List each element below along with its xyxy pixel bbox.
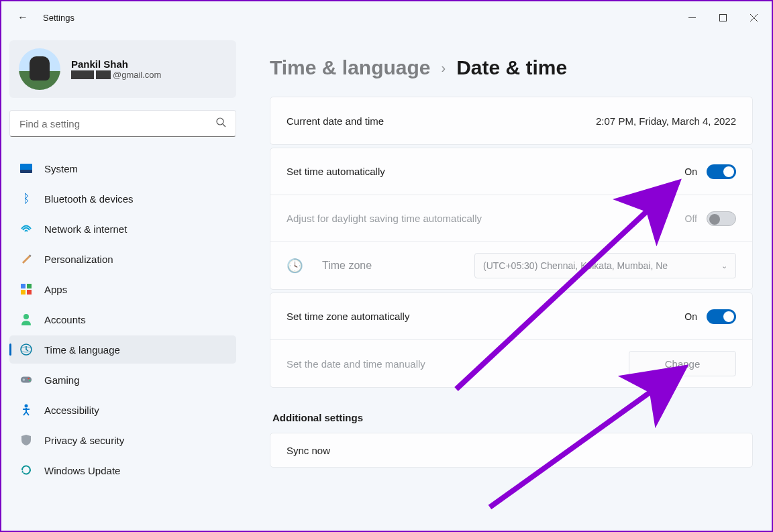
sidebar-item-bluetooth-devices[interactable]: ᛒBluetooth & devices	[9, 184, 236, 213]
sidebar-item-personalization[interactable]: Personalization	[9, 245, 236, 273]
current-datetime-label: Current date and time	[287, 115, 384, 127]
redacted-block	[71, 70, 94, 79]
nav-icon	[20, 313, 32, 325]
timezone-select: (UTC+05:30) Chennai, Kolkata, Mumbai, Ne…	[474, 253, 736, 278]
user-card[interactable]: Pankil Shah @gmail.com	[9, 40, 236, 98]
email-suffix: @gmail.com	[113, 70, 161, 80]
additional-settings-header: Additional settings	[272, 412, 753, 423]
breadcrumb-current: Date & time	[456, 56, 567, 79]
nav-list: SystemᛒBluetooth & devicesNetwork & inte…	[9, 154, 236, 484]
breadcrumb-parent[interactable]: Time & language	[270, 56, 431, 79]
sidebar-item-privacy-security[interactable]: Privacy & security	[9, 426, 236, 454]
manual-row: Set the date and time manually Change	[270, 340, 752, 387]
sidebar-item-time-language[interactable]: Time & language	[9, 335, 236, 364]
nav-icon	[20, 434, 32, 446]
set-tz-auto-label: Set time zone automatically	[287, 311, 409, 322]
set-tz-auto-toggle[interactable]	[707, 309, 736, 324]
nav-icon: ᛒ	[20, 193, 32, 205]
svg-rect-7	[20, 170, 32, 173]
sidebar-item-system[interactable]: System	[9, 154, 236, 182]
sync-now-row: Sync now	[270, 433, 752, 467]
sidebar-item-label: Apps	[44, 284, 67, 295]
set-time-auto-state: On	[684, 166, 697, 177]
current-datetime-value: 2:07 PM, Friday, March 4, 2022	[596, 115, 736, 127]
user-name: Pankil Shah	[71, 58, 161, 70]
nav-icon	[20, 343, 32, 356]
timezone-value: (UTC+05:30) Chennai, Kolkata, Mumbai, Ne	[483, 260, 668, 271]
svg-point-17	[28, 378, 29, 379]
title-bar-left: ← Settings	[17, 11, 74, 23]
change-button: Change	[629, 351, 736, 376]
dst-row: Adjust for daylight saving time automati…	[270, 195, 752, 242]
chevron-down-icon: ⌄	[721, 262, 727, 270]
svg-line-5	[223, 124, 225, 127]
set-time-auto-toggle-wrap: On	[684, 164, 736, 179]
settings-group-1: Current date and time 2:07 PM, Friday, M…	[270, 97, 753, 145]
window-controls	[676, 7, 769, 28]
back-arrow-icon[interactable]: ←	[17, 11, 28, 23]
maximize-button[interactable]	[707, 7, 738, 28]
search-input[interactable]	[19, 118, 216, 129]
nav-icon	[20, 464, 32, 476]
timezone-row: 🕓 Time zone (UTC+05:30) Chennai, Kolkata…	[270, 242, 752, 289]
sidebar-item-label: Accessibility	[44, 405, 99, 416]
sidebar-item-label: Personalization	[44, 254, 113, 265]
settings-group-4: Sync now	[270, 433, 753, 468]
sidebar-item-label: Windows Update	[44, 465, 120, 476]
sidebar-item-network-internet[interactable]: Network & internet	[9, 215, 236, 243]
svg-rect-9	[27, 284, 32, 288]
set-time-auto-label: Set time automatically	[287, 166, 385, 177]
redacted-block	[96, 70, 111, 79]
svg-point-18	[29, 380, 30, 381]
sidebar-item-accessibility[interactable]: Accessibility	[9, 396, 236, 424]
sidebar-item-label: Network & internet	[44, 223, 127, 235]
search-icon	[216, 117, 226, 129]
title-bar: ← Settings	[1, 1, 772, 34]
nav-icon	[20, 223, 32, 235]
sidebar-item-label: System	[44, 163, 78, 174]
settings-group-3: Set time zone automatically On Set the d…	[270, 292, 753, 388]
timezone-label-group: 🕓 Time zone	[287, 258, 372, 274]
content-area: Time & language › Date & time Current da…	[244, 34, 772, 531]
set-tz-auto-state: On	[684, 311, 697, 322]
chevron-right-icon: ›	[442, 60, 446, 76]
dst-toggle-wrap: Off	[685, 211, 736, 226]
set-tz-auto-toggle-wrap: On	[684, 309, 736, 324]
nav-icon	[20, 283, 32, 295]
sidebar-item-accounts[interactable]: Accounts	[9, 305, 236, 333]
svg-point-19	[25, 405, 28, 408]
svg-rect-8	[21, 284, 25, 288]
user-email: @gmail.com	[71, 70, 161, 80]
sidebar-item-gaming[interactable]: Gaming	[9, 366, 236, 394]
sidebar-item-label: Time & language	[44, 344, 120, 356]
user-text: Pankil Shah @gmail.com	[71, 58, 161, 80]
sync-now-label: Sync now	[287, 445, 330, 456]
nav-icon	[20, 253, 32, 265]
minimize-button[interactable]	[676, 7, 707, 28]
svg-point-4	[217, 118, 223, 125]
sidebar-item-label: Bluetooth & devices	[44, 193, 134, 205]
search-box[interactable]	[9, 110, 236, 137]
set-tz-auto-row: Set time zone automatically On	[270, 293, 752, 340]
nav-icon	[20, 404, 32, 416]
sidebar-item-apps[interactable]: Apps	[9, 275, 236, 303]
dst-toggle	[707, 211, 736, 226]
set-time-auto-toggle[interactable]	[707, 164, 736, 179]
current-datetime-row: Current date and time 2:07 PM, Friday, M…	[270, 97, 752, 144]
set-time-auto-row: Set time automatically On	[270, 148, 752, 195]
dst-label: Adjust for daylight saving time automati…	[287, 213, 482, 224]
breadcrumb: Time & language › Date & time	[270, 56, 753, 79]
svg-rect-1	[719, 14, 726, 21]
svg-point-12	[23, 314, 29, 319]
close-button[interactable]	[738, 7, 769, 28]
svg-rect-10	[21, 290, 25, 295]
nav-icon	[20, 162, 32, 174]
settings-group-2: Set time automatically On Adjust for day…	[270, 148, 753, 290]
sidebar-item-label: Privacy & security	[44, 435, 124, 446]
svg-point-16	[23, 378, 25, 381]
timezone-label: Time zone	[322, 260, 372, 272]
dst-state: Off	[685, 213, 697, 224]
manual-label: Set the date and time manually	[287, 358, 425, 370]
sidebar-item-label: Gaming	[44, 374, 80, 386]
sidebar-item-windows-update[interactable]: Windows Update	[9, 456, 236, 484]
